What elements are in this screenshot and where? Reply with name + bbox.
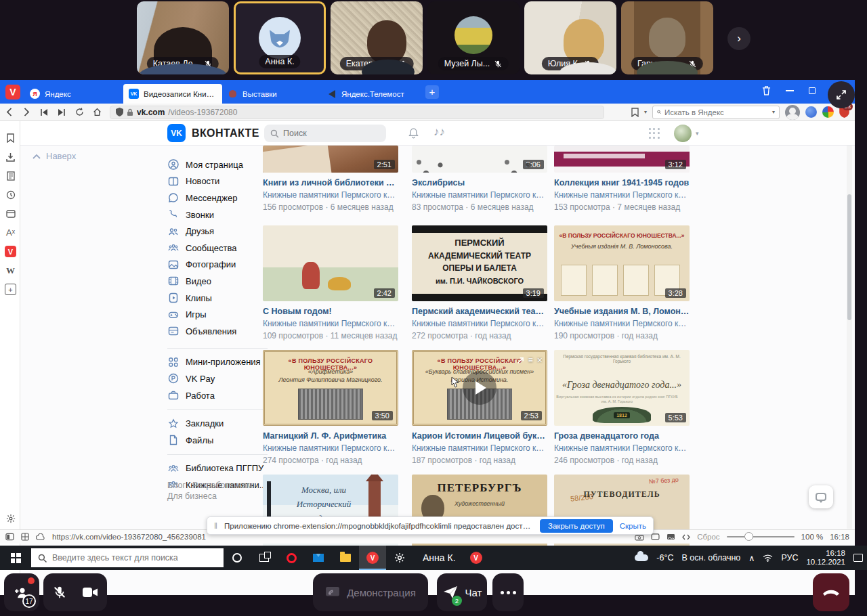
present-button-disabled[interactable]: Демонстрация (313, 573, 428, 611)
video-channel[interactable]: Книжные памятники Пермского края (412, 319, 547, 328)
video-channel[interactable]: Книжные памятники Пермского края (263, 319, 398, 328)
video-title[interactable]: С Новым годом! (263, 307, 398, 316)
translate-panel-icon[interactable]: Aˣ (5, 227, 16, 238)
video-channel[interactable]: Книжные памятники Пермского края (412, 443, 547, 453)
video-card[interactable]: «В ПОЛЬЗУ РОССІЙСКАГО ЮНОШЕСТВА...» «Ари… (263, 350, 398, 465)
video-thumbnail[interactable]: 3:06 (412, 146, 547, 173)
tray-chevron-up-icon[interactable]: ∧ (748, 553, 755, 563)
hide-notification-button[interactable]: Скрыть (620, 522, 646, 530)
windows-panel-icon[interactable] (5, 208, 16, 219)
notifications-bell-icon[interactable] (408, 127, 419, 139)
tab-vk-videos[interactable]: VK Видеозаписи Книжные па (123, 84, 222, 104)
video-channel[interactable]: Книжные памятники Пермского края (554, 190, 690, 200)
vk-search-box[interactable] (264, 125, 386, 142)
extension-icon-blue[interactable] (805, 106, 817, 118)
video-thumbnail[interactable]: «В ПОЛЬЗУ РОССІЙСКАГО ЮНОШЕСТВА...» «Бук… (412, 350, 547, 426)
sidebar-item-miniapps[interactable]: Мини-приложения (167, 354, 269, 371)
participant-tile[interactable]: Гарькуша ... (621, 1, 713, 74)
chat-button[interactable]: 2 Чат (437, 573, 487, 611)
cortana-icon[interactable] (224, 546, 251, 570)
sidebar-item-profile[interactable]: Моя страница (167, 156, 269, 173)
video-title[interactable]: Экслибрисы (412, 178, 547, 188)
wikipedia-panel-icon[interactable]: W (5, 265, 16, 276)
tab-yandex[interactable]: Я Яндекс (24, 84, 123, 104)
video-card-hovered[interactable]: «В ПОЛЬЗУ РОССІЙСКАГО ЮНОШЕСТВА...» «Бук… (412, 350, 547, 465)
settings-gear-icon[interactable] (386, 546, 413, 570)
sidebar-item-calls[interactable]: Звонки (167, 206, 269, 223)
sidebar-item-messenger[interactable]: Мессенджер (167, 190, 269, 206)
code-icon[interactable] (682, 534, 690, 540)
history-panel-icon[interactable] (5, 189, 16, 200)
expand-overlay-button[interactable] (828, 81, 855, 108)
file-explorer-icon[interactable] (332, 546, 359, 570)
video-title[interactable]: Карион Истомин Лицевой букварь (412, 431, 547, 441)
browser-search-box[interactable]: ▾ (652, 106, 780, 119)
video-title[interactable]: Коллекция книг 1941-1945 годов (554, 178, 690, 188)
support-chat-fab[interactable] (809, 485, 833, 508)
end-call-button[interactable] (813, 573, 849, 611)
taskbar-search-input[interactable] (52, 553, 217, 563)
close-icon[interactable]: × (537, 355, 543, 366)
vivaldi-logo-icon[interactable]: V (5, 85, 20, 100)
sidebar-item-video[interactable]: Видео (167, 273, 269, 290)
vk-profile-avatar[interactable] (674, 125, 692, 142)
participant-tile-active-speaker[interactable]: Анна К. (234, 1, 326, 74)
mic-muted-button[interactable] (52, 585, 67, 600)
video-card[interactable]: 3:06 Экслибрисы Книжные памятники Пермск… (412, 146, 547, 212)
extension-icon-colors[interactable] (822, 106, 834, 118)
video-title[interactable]: Книги из личной библиотеки Смышляе... (263, 178, 398, 188)
page-scrollbar[interactable] (847, 146, 852, 529)
bookmark-icon[interactable] (631, 108, 639, 117)
video-card[interactable]: Пермская государственная краевая библиот… (554, 350, 690, 465)
browser-profile-avatar[interactable] (785, 105, 800, 120)
participant-tile[interactable]: Юлия К. (524, 1, 616, 74)
stop-sharing-button[interactable]: Закрыть доступ (540, 519, 613, 533)
opera-icon[interactable] (278, 546, 305, 570)
video-thumbnail[interactable]: 2:51 (263, 146, 398, 173)
vivaldi-overlay-icon[interactable]: V (463, 546, 490, 570)
music-icon[interactable]: ♪♪ (434, 125, 445, 139)
video-title[interactable]: Магницкий Л. Ф. Арифметика (263, 431, 398, 441)
tiles-icon[interactable] (21, 533, 29, 541)
bookmark-dropdown-chevron[interactable]: ▾ (644, 109, 647, 115)
reader-view-icon[interactable] (5, 533, 14, 541)
forward-button[interactable] (18, 108, 35, 116)
wifi-icon[interactable] (763, 554, 773, 562)
video-thumbnail[interactable]: 2:42 (263, 225, 398, 301)
footer-link-business[interactable]: Для бизнеса (167, 491, 217, 501)
sidebar-item-communities[interactable]: Сообщества2 (167, 240, 269, 257)
zoom-slider[interactable] (727, 536, 795, 537)
reload-button[interactable] (70, 108, 88, 116)
play-button[interactable] (463, 371, 496, 405)
sidebar-item-jobs[interactable]: Работа (167, 387, 269, 404)
video-card[interactable]: ПЕРМСКИЙ АКАДЕМИЧЕСКИЙ ТЕАТР ОПЕРЫ И БАЛ… (412, 225, 547, 340)
panel-settings-gear-icon[interactable] (5, 512, 16, 524)
camera-button[interactable] (82, 586, 98, 598)
address-bar[interactable]: vk.com/videos-193672080 (110, 106, 604, 119)
restore-button[interactable] (809, 87, 816, 94)
notes-panel-icon[interactable] (5, 170, 16, 181)
video-thumbnail[interactable]: «В ПОЛЬЗУ РОССІЙСКАГО ЮНОШЕСТВА...» Учеб… (554, 225, 690, 301)
vivaldi-panel-icon[interactable]: V (5, 246, 16, 257)
minimize-button[interactable] (786, 90, 794, 91)
vk-search-input[interactable] (283, 129, 364, 138)
sidebar-item-bookmarks[interactable]: Закладки (167, 415, 269, 432)
participant-tile[interactable]: Катаев Де... (137, 1, 229, 74)
zoom-reset-label[interactable]: Сброс (697, 533, 719, 541)
back-button[interactable] (0, 108, 18, 116)
video-title[interactable]: Пермский академический театр оперы... (412, 307, 547, 316)
video-channel[interactable]: Книжные памятники Пермского края (263, 190, 398, 200)
video-channel[interactable]: Книжные памятники Пермского края (263, 443, 398, 453)
sidebar-item-ads[interactable]: Объявления (167, 323, 269, 340)
footer-link-blog[interactable]: Блог (167, 481, 186, 490)
video-title[interactable]: Учебные издания М. В, Ломоносова (554, 307, 690, 316)
sidebar-item-vkpay[interactable]: VK Pay (167, 370, 269, 387)
video-thumbnail[interactable]: 3:12 (554, 146, 690, 173)
vivaldi-taskbar-icon[interactable]: V (359, 546, 386, 570)
new-tab-button[interactable]: + (425, 85, 439, 99)
video-thumbnail[interactable]: «В ПОЛЬЗУ РОССІЙСКАГО ЮНОШЕСТВА...» «Ари… (263, 350, 398, 426)
home-button[interactable] (88, 108, 106, 116)
lock-icon[interactable] (127, 108, 133, 116)
images-toggle-icon[interactable] (667, 533, 675, 540)
start-button[interactable] (0, 546, 31, 570)
